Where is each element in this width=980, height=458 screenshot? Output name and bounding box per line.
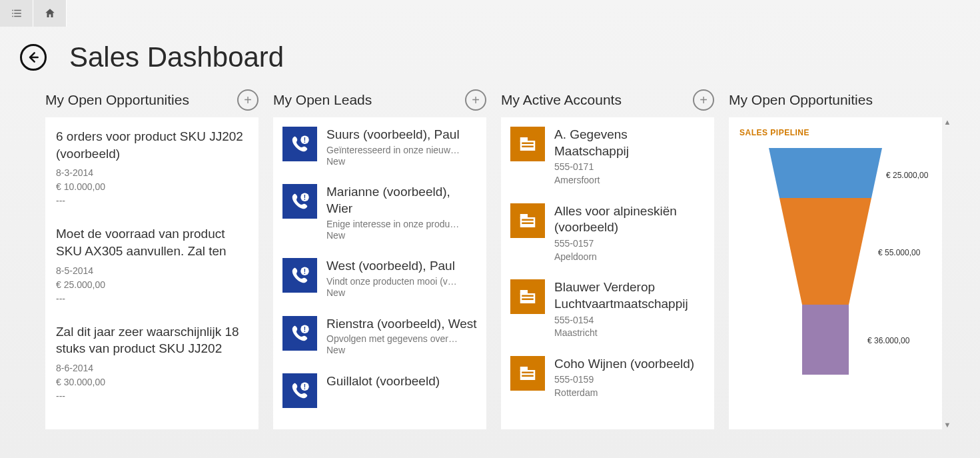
svg-rect-3 [14, 13, 21, 14]
column-title: My Open Leads [273, 92, 372, 108]
svg-rect-29 [520, 367, 528, 371]
opportunity-item[interactable]: Zal dit jaar zeer waarschijnlijk 18 stuk… [45, 313, 258, 410]
lead-item[interactable]: !Marianne (voorbeeld), WierEnige interes… [273, 175, 486, 249]
opportunities-list[interactable]: 6 orders voor product SKU JJ202 (voorbee… [45, 117, 258, 429]
column-title: My Open Opportunities [45, 92, 189, 108]
column-opportunities: My Open Opportunities + 6 orders voor pr… [45, 85, 258, 429]
lead-item[interactable]: !Suurs (voorbeeld), PaulGeïnteresseerd i… [273, 117, 486, 175]
opportunity-title: Moet de voorraad van product SKU AX305 a… [56, 225, 248, 259]
lead-icon: ! [282, 316, 317, 351]
add-account-button[interactable]: + [693, 89, 714, 111]
svg-text:!: ! [304, 194, 306, 201]
opportunity-title: Zal dit jaar zeer waarschijnlijk 18 stuk… [56, 323, 248, 357]
funnel-chart: € 25.000,00 € 55.000,00 € 36.000,00 [739, 148, 931, 388]
lead-icon: ! [282, 373, 317, 408]
opportunity-item[interactable]: Moet de voorraad van product SKU AX305 a… [45, 215, 258, 312]
account-item[interactable]: Alles voor alpineskiën (voorbeeld)555-01… [501, 194, 714, 271]
plus-icon: + [244, 93, 252, 107]
lead-icon: ! [282, 127, 317, 161]
lead-topic: Vindt onze producten mooi (v… [326, 276, 477, 287]
column-title: My Open Opportunities [729, 92, 873, 108]
svg-rect-27 [522, 299, 534, 301]
lead-item[interactable]: !Rienstra (voorbeeld), WestOpvolgen met … [273, 307, 486, 364]
lead-topic: Geïnteresseerd in onze nieuw… [326, 145, 477, 155]
list-view-button[interactable] [0, 0, 33, 27]
opportunity-item[interactable]: 6 orders voor product SKU JJ202 (voorbee… [45, 117, 258, 215]
svg-rect-31 [522, 375, 534, 377]
scrollbar[interactable]: ▲ ▼ [943, 117, 951, 429]
funnel-label-1: € 25.000,00 [886, 171, 928, 180]
lead-topic: Opvolgen met gegevens over… [326, 333, 477, 344]
scroll-up-button[interactable]: ▲ [943, 117, 951, 127]
account-city: Rotterdam [554, 387, 705, 400]
account-item[interactable]: A. Gegevens Maatschappij555-0171Amersfoo… [501, 117, 714, 194]
svg-text:!: ! [304, 383, 306, 390]
column-accounts: My Active Accounts + A. Gegevens Maatsch… [501, 85, 714, 429]
chart-title: SALES PIPELINE [739, 128, 931, 137]
column-header: My Open Opportunities [729, 85, 942, 115]
account-folder-icon [518, 211, 538, 231]
dashboard-columns: My Open Opportunities + 6 orders voor pr… [0, 85, 980, 429]
plus-icon: + [700, 93, 708, 107]
lead-status: New [326, 229, 477, 243]
account-body: Coho Wijnen (voorbeeld)555-0159Rotterdam [554, 356, 705, 400]
lead-icon: ! [282, 258, 317, 293]
account-item[interactable]: Blauwer Verderop Luchtvaartmaatschappij5… [501, 270, 714, 347]
account-city: Amersfoort [554, 174, 705, 187]
back-button[interactable] [20, 44, 47, 71]
svg-text:!: ! [304, 325, 306, 333]
svg-rect-18 [522, 143, 534, 145]
lead-name: Marianne (voorbeeld), Wier [326, 184, 477, 217]
svg-rect-5 [14, 16, 21, 17]
page-title: Sales Dashboard [69, 41, 284, 73]
lead-status: New [326, 287, 477, 300]
opportunity-extra: --- [56, 292, 248, 306]
home-button[interactable] [33, 0, 67, 27]
funnel-label-2: € 55.000,00 [878, 248, 920, 257]
accounts-list[interactable]: A. Gegevens Maatschappij555-0171Amersfoo… [501, 117, 714, 429]
add-lead-button[interactable]: + [465, 89, 486, 111]
column-title: My Active Accounts [501, 92, 622, 108]
column-header: My Open Opportunities + [45, 85, 258, 115]
svg-rect-26 [522, 295, 534, 297]
lead-item[interactable]: !West (voorbeeld), PaulVindt onze produc… [273, 249, 486, 306]
account-item[interactable]: Coho Wijnen (voorbeeld)555-0159Rotterdam [501, 347, 714, 407]
lead-body: West (voorbeeld), PaulVindt onze product… [326, 258, 477, 299]
svg-rect-4 [12, 16, 13, 17]
svg-rect-2 [12, 13, 13, 14]
svg-rect-22 [522, 219, 534, 221]
page-header: Sales Dashboard [0, 27, 980, 85]
opportunity-amount: € 25.000,00 [56, 278, 248, 292]
svg-text:!: ! [304, 137, 306, 144]
leads-list[interactable]: !Suurs (voorbeeld), PaulGeïnteresseerd i… [273, 117, 486, 429]
account-body: Alles voor alpineskiën (voorbeeld)555-01… [554, 203, 705, 264]
scroll-down-button[interactable]: ▼ [943, 420, 951, 429]
svg-rect-19 [522, 146, 534, 148]
funnel-svg [769, 148, 882, 375]
svg-rect-25 [520, 290, 528, 294]
plus-icon: + [472, 93, 480, 107]
lead-item[interactable]: !Guillalot (voorbeeld) [273, 364, 486, 415]
lead-status: New [326, 344, 477, 357]
list-icon [11, 7, 23, 19]
account-phone: 555-0171 [554, 161, 705, 174]
account-phone: 555-0154 [554, 314, 705, 327]
phone-alert-icon: ! [290, 191, 310, 211]
lead-body: Marianne (voorbeeld), WierEnige interess… [326, 184, 477, 242]
account-icon [510, 127, 545, 161]
funnel-segment-1 [769, 148, 882, 198]
funnel-segment-3 [802, 305, 849, 375]
account-folder-icon [518, 363, 538, 383]
svg-rect-30 [522, 371, 534, 373]
account-folder-icon [518, 287, 538, 307]
home-icon [44, 7, 56, 19]
column-pipeline: My Open Opportunities SALES PIPELINE € 2… [729, 85, 942, 429]
svg-rect-21 [520, 214, 528, 218]
account-name: Coho Wijnen (voorbeeld) [554, 356, 705, 373]
app-command-bar [0, 0, 980, 27]
add-opportunity-button[interactable]: + [237, 89, 258, 111]
account-name: A. Gegevens Maatschappij [554, 127, 705, 159]
opportunity-date: 8-3-2014 [56, 166, 248, 180]
opportunity-title: 6 orders voor product SKU JJ202 (voorbee… [56, 128, 248, 162]
account-city: Maastricht [554, 327, 705, 340]
